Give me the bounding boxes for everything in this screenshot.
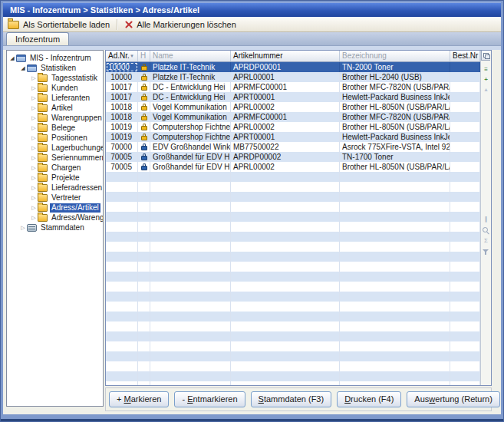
- expander-icon[interactable]: ▷: [30, 173, 38, 183]
- empty-row[interactable]: [106, 302, 480, 312]
- expander-icon[interactable]: ▷: [30, 73, 38, 83]
- expander-icon[interactable]: ▷: [30, 103, 38, 113]
- empty-row[interactable]: [106, 341, 480, 351]
- table-row[interactable]: 70000 EDV Großhandel Winkl MB77500022 As…: [106, 142, 480, 152]
- empty-row[interactable]: [106, 321, 480, 331]
- empty-row[interactable]: [106, 312, 480, 321]
- expander-icon[interactable]: ▷: [30, 203, 38, 213]
- cell-artikelnummer: APRDP00002: [231, 152, 340, 162]
- expander-icon[interactable]: ▷: [30, 113, 38, 123]
- column-header-h-label: H: [140, 51, 146, 61]
- column-chooser-icon[interactable]: [481, 51, 490, 61]
- tree-item[interactable]: ▷ Seriennummern: [7, 153, 103, 163]
- expander-icon[interactable]: ▷: [30, 83, 38, 93]
- tree-item[interactable]: ▷ Belege: [7, 123, 103, 133]
- empty-row[interactable]: [106, 202, 480, 212]
- cell-adnr: 10019: [106, 132, 138, 142]
- tree-item[interactable]: ▷ Adress/Warengruppen: [7, 213, 103, 223]
- table-row[interactable]: 10017 DC - Entwicklung Hei APRMFC00001 B…: [106, 82, 480, 92]
- table-row[interactable]: 10018 Vogel Kommunikation APRMFC00001 Br…: [106, 112, 480, 122]
- expander-icon[interactable]: ▷: [30, 213, 38, 223]
- filter-icon[interactable]: [483, 249, 489, 256]
- app-window: MIS - Infozentrum > Statistiken > Adress…: [0, 0, 504, 422]
- unmark-button[interactable]: - Entmarkieren: [174, 391, 245, 407]
- tab-infozentrum[interactable]: Infozentrum: [6, 32, 69, 45]
- empty-row[interactable]: [106, 361, 480, 371]
- tree-item[interactable]: ▷ Tagesstatistik: [7, 73, 103, 83]
- expander-icon[interactable]: ▷: [19, 223, 27, 232]
- tree-item[interactable]: ▷ Lieferanten: [7, 93, 103, 103]
- tree-item[interactable]: ▷ Artikel: [7, 103, 103, 113]
- tree-item[interactable]: ▷ Lieferadressen: [7, 183, 103, 193]
- empty-row[interactable]: [106, 222, 480, 232]
- print-button[interactable]: Drucken (F4): [337, 391, 401, 407]
- expander-icon[interactable]: ▷: [30, 133, 38, 143]
- cell-h: [138, 112, 150, 122]
- expander-icon[interactable]: ▷: [30, 93, 38, 103]
- title-bar[interactable]: MIS - Infozentrum > Statistiken > Adress…: [3, 2, 501, 17]
- table-row[interactable]: 10000 Platzke IT-Technik APRL00001 Broth…: [106, 72, 480, 82]
- column-header-name[interactable]: Name: [150, 51, 231, 61]
- tree-item[interactable]: ▷ Lagerbuchungen: [7, 143, 103, 153]
- table-row[interactable]: 10019 Computershop Fichtne APRL00002 Bro…: [106, 122, 480, 132]
- tree-item[interactable]: ▷ Positionen: [7, 133, 103, 143]
- empty-row[interactable]: [106, 212, 480, 222]
- sort-lines-icon[interactable]: ≡: [481, 66, 491, 74]
- tree-item[interactable]: ▷ Projekte: [7, 173, 103, 183]
- table-row[interactable]: 10017 DC - Entwicklung Hei APRT00001 Hew…: [106, 92, 480, 102]
- search-icon[interactable]: [483, 227, 489, 234]
- empty-row[interactable]: [106, 282, 480, 292]
- empty-row[interactable]: [106, 262, 480, 272]
- empty-row[interactable]: [106, 292, 480, 302]
- column-header-h[interactable]: H: [138, 51, 150, 61]
- masterdata-button[interactable]: Stammdaten (F3): [251, 391, 332, 407]
- expander-icon[interactable]: ▷: [30, 143, 38, 153]
- table-row[interactable]: 70005 Großhandel für EDV H APRL00002 Bro…: [106, 162, 480, 172]
- sum-icon[interactable]: Σ: [481, 237, 491, 245]
- empty-row[interactable]: [106, 381, 480, 385]
- empty-row[interactable]: [106, 182, 480, 192]
- tree-item[interactable]: ▷ Vertreter: [7, 193, 103, 203]
- column-header-bezeichnung[interactable]: Bezeichnung: [340, 51, 450, 61]
- cell-bestnr: [450, 92, 480, 102]
- empty-row[interactable]: [106, 192, 480, 202]
- tree-item[interactable]: ▷ Stammdaten: [7, 223, 103, 232]
- table-row[interactable]: 10019 Computershop Fichtne APRT00001 Hew…: [106, 132, 480, 142]
- empty-row[interactable]: [106, 351, 480, 361]
- cell-h: [138, 331, 150, 341]
- mark-button[interactable]: + Markieren: [109, 391, 169, 407]
- up-triangle-icon[interactable]: ▴: [481, 86, 491, 94]
- tree-item[interactable]: ◢ Statistiken: [7, 63, 103, 73]
- expander-icon[interactable]: ◢: [19, 63, 27, 73]
- expander-icon[interactable]: ▷: [30, 183, 38, 193]
- tree-item[interactable]: ▷ Chargen: [7, 163, 103, 173]
- column-header-bestnr[interactable]: Best.Nr: [450, 51, 480, 61]
- table-row[interactable]: 70005 Großhandel für EDV H APRDP00002 TN…: [106, 152, 480, 162]
- table-row[interactable]: 10000 Platzke IT-Technik APRDP00001 TN-2…: [106, 62, 480, 72]
- empty-row[interactable]: [106, 242, 480, 252]
- empty-row[interactable]: [106, 172, 480, 182]
- column-header-artikelnummer[interactable]: Artikelnummer: [231, 51, 340, 61]
- tree-item[interactable]: ▷ Warengruppen: [7, 113, 103, 123]
- tree-item[interactable]: ◢ MIS - Infozentrum: [7, 53, 103, 63]
- column-header-adnr[interactable]: Ad.Nr. ▼: [106, 51, 138, 61]
- empty-row[interactable]: [106, 371, 480, 381]
- expander-icon[interactable]: ▷: [30, 123, 38, 133]
- tree-item[interactable]: ▷ Kunden: [7, 83, 103, 93]
- empty-row[interactable]: [106, 232, 480, 242]
- expander-icon[interactable]: ◢: [8, 53, 16, 63]
- clear-marks-button[interactable]: Alle Markierungen löschen: [120, 18, 241, 31]
- empty-row[interactable]: [106, 331, 480, 341]
- empty-row[interactable]: [106, 272, 480, 282]
- plus-icon[interactable]: +: [481, 76, 491, 84]
- cell-bestnr: [450, 252, 480, 262]
- tree-item[interactable]: ▷ Adress/Artikel: [7, 203, 103, 213]
- expander-icon[interactable]: ▷: [30, 153, 38, 163]
- evaluation-button[interactable]: Auswertung (Return): [407, 391, 500, 407]
- expander-icon[interactable]: ▷: [30, 193, 38, 203]
- empty-row[interactable]: [106, 252, 480, 262]
- load-sort-table-button[interactable]: Als Sortiertabelle laden: [3, 18, 114, 31]
- columns-icon[interactable]: ∥: [481, 216, 491, 223]
- expander-icon[interactable]: ▷: [30, 163, 38, 173]
- table-row[interactable]: 10018 Vogel Kommunikation APRL00002 Brot…: [106, 102, 480, 112]
